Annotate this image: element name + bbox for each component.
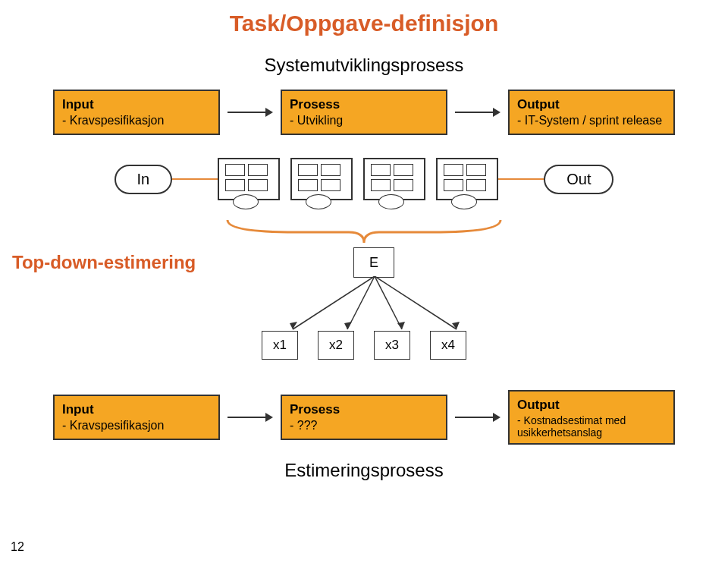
arrow-right-icon bbox=[455, 410, 500, 425]
arrow-right-icon bbox=[455, 105, 500, 120]
arrow-right-icon bbox=[228, 410, 273, 425]
input-box-1: Input - Kravspesifikasjon bbox=[53, 90, 220, 135]
output-title-1: Output bbox=[517, 97, 666, 112]
module-group bbox=[218, 158, 498, 200]
brace-icon bbox=[0, 214, 728, 247]
input-title-1: Input bbox=[62, 97, 211, 112]
svg-line-10 bbox=[375, 276, 457, 329]
prosess-title-2: Prosess bbox=[290, 402, 438, 417]
input-box-2: Input - Kravspesifikasjon bbox=[53, 395, 220, 440]
svg-marker-3 bbox=[493, 108, 500, 117]
svg-line-8 bbox=[375, 276, 402, 329]
svg-marker-1 bbox=[265, 108, 273, 117]
arrow-right-icon bbox=[228, 105, 273, 120]
input-sub-2: - Kravspesifikasjon bbox=[62, 419, 211, 432]
input-title-2: Input bbox=[62, 402, 211, 417]
page-title: Task/Oppgave-definisjon bbox=[0, 11, 728, 36]
connector-line bbox=[498, 178, 544, 180]
output-sub-2: - Kostnadsestimat med usikkerhetsanslag bbox=[517, 414, 666, 439]
module-icon bbox=[436, 158, 498, 200]
x-row: x1 x2 x3 x4 bbox=[0, 331, 728, 360]
prosess-title-1: Prosess bbox=[290, 97, 438, 112]
prosess-box-2: Prosess - ??? bbox=[281, 395, 447, 440]
tree-lines-icon bbox=[268, 276, 481, 332]
input-sub-1: - Kravspesifikasjon bbox=[62, 114, 211, 127]
x-box: x2 bbox=[318, 331, 354, 360]
module-icon bbox=[218, 158, 280, 200]
output-title-2: Output bbox=[517, 398, 666, 413]
in-pill: In bbox=[115, 165, 173, 194]
output-sub-1: - IT-System / sprint release bbox=[517, 114, 666, 127]
svg-marker-11 bbox=[452, 322, 460, 329]
prosess-sub-1: - Utvikling bbox=[290, 114, 438, 127]
prosess-box-1: Prosess - Utvikling bbox=[281, 90, 447, 135]
module-icon bbox=[290, 158, 353, 200]
output-box-2: Output - Kostnadsestimat med usikkerhets… bbox=[508, 390, 675, 445]
svg-marker-13 bbox=[265, 413, 273, 422]
in-out-row: In Out bbox=[0, 158, 728, 200]
topdown-row: Top-down-estimering E bbox=[0, 247, 728, 278]
output-box-1: Output - IT-System / sprint release bbox=[508, 90, 675, 135]
svg-line-4 bbox=[293, 276, 375, 329]
prosess-sub-2: - ??? bbox=[290, 419, 438, 432]
x-box: x4 bbox=[430, 331, 466, 360]
x-box: x3 bbox=[374, 331, 410, 360]
process-row-1: Input - Kravspesifikasjon Prosess - Utvi… bbox=[0, 90, 728, 135]
x-box: x1 bbox=[262, 331, 298, 360]
module-icon bbox=[363, 158, 425, 200]
page-number: 12 bbox=[11, 540, 24, 554]
svg-line-6 bbox=[347, 276, 375, 329]
process-row-2: Input - Kravspesifikasjon Prosess - ??? … bbox=[0, 390, 728, 445]
connector-line bbox=[172, 178, 218, 180]
subtitle-top: Systemutviklingsprosess bbox=[0, 55, 728, 76]
out-pill: Out bbox=[544, 165, 613, 194]
e-box: E bbox=[353, 247, 394, 278]
subtitle-bottom: Estimeringsprosess bbox=[0, 460, 728, 481]
svg-marker-15 bbox=[493, 413, 500, 422]
topdown-label: Top-down-estimering bbox=[12, 252, 255, 273]
